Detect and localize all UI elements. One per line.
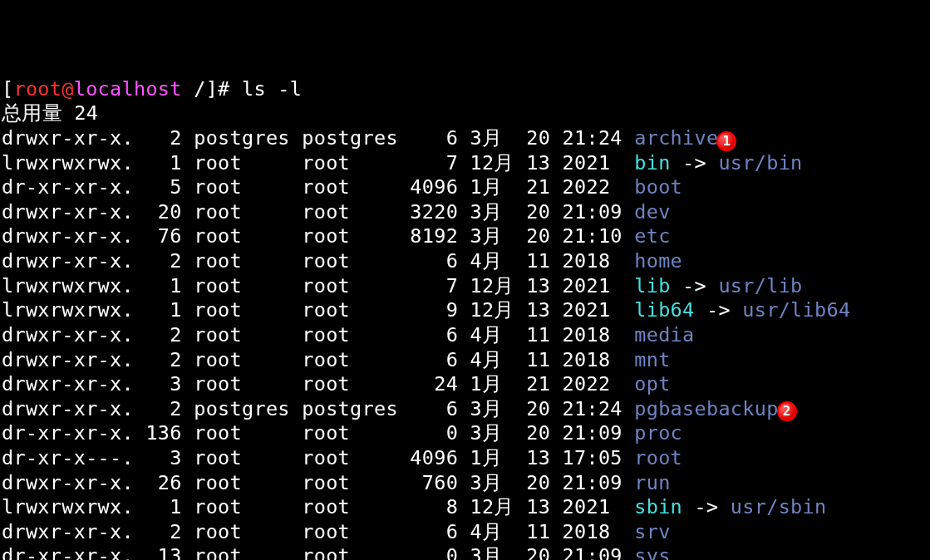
file-name: proc	[634, 421, 682, 445]
owner: root	[194, 200, 290, 224]
size: 9	[410, 298, 458, 322]
size: 24	[410, 372, 458, 395]
size: 6	[410, 520, 458, 543]
day: 20	[526, 126, 550, 150]
perm: dr-xr-xr-x.	[2, 175, 134, 199]
group: root	[302, 471, 398, 494]
file-name: sys	[634, 544, 670, 560]
perm: drwxr-xr-x.	[2, 224, 134, 248]
prompt-host: localhost	[74, 77, 182, 101]
month: 3月	[470, 471, 514, 494]
owner: root	[194, 348, 290, 371]
group: root	[302, 446, 398, 469]
file-name: etc	[634, 224, 670, 248]
size: 7	[410, 274, 458, 297]
size: 8192	[410, 224, 458, 248]
listing-row: drwxr-xr-x. 2 root root 6 4月 11 2018 mnt	[2, 348, 930, 373]
file-name: sbin	[634, 495, 682, 518]
perm: drwxr-xr-x.	[2, 200, 134, 224]
time: 21:09	[563, 421, 622, 445]
file-name: root	[634, 446, 682, 469]
group: root	[302, 200, 398, 224]
owner: root	[194, 249, 290, 273]
month: 3月	[470, 397, 514, 420]
time: 21:10	[563, 224, 622, 248]
file-name: boot	[634, 175, 682, 199]
month: 12月	[470, 495, 514, 518]
link-arrow: ->	[671, 274, 719, 297]
time: 2022	[563, 372, 622, 395]
group: root	[302, 274, 398, 297]
file-name: srv	[634, 520, 670, 543]
group: root	[302, 520, 398, 543]
nlinks: 5	[145, 175, 181, 199]
time: 2018	[563, 520, 622, 543]
listing-row: drwxr-xr-x. 2 root root 6 4月 11 2018 med…	[2, 323, 930, 348]
perm: drwxr-xr-x.	[2, 348, 134, 371]
group: root	[302, 298, 398, 322]
group: root	[302, 495, 398, 518]
size: 4096	[410, 446, 458, 469]
link-arrow: ->	[695, 298, 743, 322]
group: postgres	[302, 126, 398, 150]
perm: dr-xr-x---.	[2, 446, 134, 469]
day: 13	[526, 495, 550, 518]
time: 21:09	[563, 544, 622, 560]
group: root	[302, 372, 398, 395]
month: 12月	[470, 151, 514, 174]
size: 6	[410, 126, 458, 150]
time: 17:05	[563, 446, 622, 469]
listing-row: dr-xr-xr-x. 13 root root 0 3月 20 21:09 s…	[2, 544, 930, 560]
size: 0	[410, 544, 458, 560]
file-name: lib64	[634, 298, 694, 322]
file-name: run	[634, 471, 670, 494]
perm: lrwxrwxrwx.	[2, 495, 134, 518]
file-name: bin	[634, 151, 670, 174]
prompt-at: @	[62, 77, 73, 101]
owner: root	[194, 274, 290, 297]
time: 21:09	[563, 200, 622, 224]
total-line: 总用量 24	[2, 101, 930, 126]
day: 20	[526, 471, 550, 494]
listing-row: drwxr-xr-x. 20 root root 3220 3月 20 21:0…	[2, 200, 930, 225]
perm: drwxr-xr-x.	[2, 520, 134, 543]
prompt-path: /]	[182, 77, 218, 101]
owner: root	[194, 520, 290, 543]
perm: dr-xr-xr-x.	[2, 421, 134, 445]
nlinks: 1	[145, 151, 181, 174]
month: 3月	[470, 200, 514, 224]
perm: lrwxrwxrwx.	[2, 274, 134, 297]
nlinks: 2	[145, 397, 181, 420]
month: 1月	[470, 175, 514, 199]
size: 760	[410, 471, 458, 494]
nlinks: 1	[145, 495, 181, 518]
nlinks: 20	[145, 200, 181, 224]
owner: root	[194, 421, 290, 445]
group: root	[302, 249, 398, 273]
size: 6	[410, 348, 458, 371]
owner: root	[194, 323, 290, 346]
day: 11	[526, 520, 550, 543]
month: 4月	[470, 520, 514, 543]
day: 21	[526, 175, 550, 199]
day: 20	[526, 200, 550, 224]
month: 3月	[470, 126, 514, 150]
owner: postgres	[194, 397, 290, 420]
nlinks: 1	[145, 298, 181, 322]
perm: drwxr-xr-x.	[2, 126, 134, 150]
owner: root	[194, 298, 290, 322]
listing-row: lrwxrwxrwx. 1 root root 7 12月 13 2021 bi…	[2, 151, 930, 176]
day: 13	[526, 298, 550, 322]
nlinks: 136	[145, 421, 181, 445]
day: 13	[526, 151, 550, 174]
prompt-bracket-open: [	[2, 77, 13, 101]
listing-row: drwxr-xr-x. 2 postgres postgres 6 3月 20 …	[2, 126, 930, 151]
day: 13	[526, 274, 550, 297]
size: 8	[410, 495, 458, 518]
owner: root	[194, 495, 290, 518]
group: root	[302, 151, 398, 174]
file-name: media	[634, 323, 694, 346]
listing-row: dr-xr-xr-x. 5 root root 4096 1月 21 2022 …	[2, 175, 930, 200]
group: root	[302, 175, 398, 199]
listing-row: drwxr-xr-x. 26 root root 760 3月 20 21:09…	[2, 471, 930, 496]
